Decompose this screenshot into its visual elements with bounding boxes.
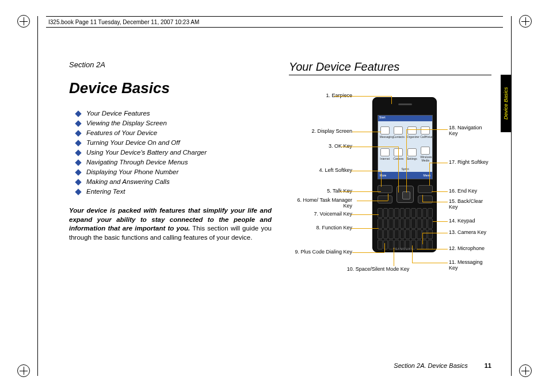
phone-illustration: Start Messaging Contacts Organizer CallH… [372, 97, 437, 252]
home-icon-label: Messaging [380, 135, 394, 139]
toc-item: Using Your Device's Battery and Charger [76, 149, 272, 156]
crop-rule [37, 16, 38, 376]
callout-camera-key: 13. Camera Key [449, 229, 486, 235]
section-label: Section 2A [69, 60, 272, 69]
crop-mark-icon [519, 15, 532, 28]
callout-left-softkey: 4. Left Softkey [289, 167, 352, 173]
toc-item-label: Using Your Device's Battery and Charger [86, 149, 207, 156]
crop-header-text: I325.book Page 11 Tuesday, December 11, … [48, 19, 199, 25]
bullet-icon [75, 179, 81, 185]
callout-function-key: 8. Function Key [289, 225, 352, 230]
left-column: Section 2A Device Basics Your Device Fea… [69, 60, 272, 352]
home-icon: CallHistory [420, 126, 430, 139]
toc-item-label: Turning Your Device On and Off [86, 139, 180, 146]
toc-item-label: Navigating Through Device Menus [86, 159, 188, 166]
bullet-icon [75, 140, 81, 146]
leader-line [351, 214, 379, 215]
status-bar-text: Start [379, 116, 386, 119]
page-footer: Section 2A. Device Basics 11 [0, 362, 491, 369]
leader-line [340, 191, 381, 192]
home-icon-label: Organizer [407, 135, 420, 139]
leader-line [334, 96, 391, 97]
toc-item-label: Entering Text [86, 188, 125, 195]
leader-line [394, 248, 394, 266]
leader-line [422, 202, 448, 202]
right-column: Your Device Features Start Messaging Con… [289, 60, 491, 352]
toc-item-label: Displaying Your Phone Number [86, 168, 178, 175]
home-icon: Windows Media [420, 147, 430, 162]
home-icon: Messaging [380, 126, 390, 139]
leader-line [384, 243, 385, 252]
leader-line [417, 249, 448, 249]
toc-item: Navigating Through Device Menus [76, 159, 272, 166]
home-icon-label: Internet [380, 157, 390, 160]
leader-line [352, 252, 384, 253]
callout-end-key: 16. End Key [449, 188, 477, 194]
callout-right-softkey: 17. Right Softkey [449, 159, 489, 165]
dpad-icon [396, 186, 414, 203]
right-softkey-btn [418, 185, 433, 193]
bullet-icon [75, 169, 81, 175]
leader-line [388, 194, 388, 201]
toc-item: Displaying Your Phone Number [76, 168, 272, 175]
talk-key-btn [378, 195, 392, 203]
phone-screen: Start Messaging Contacts Organizer CallH… [378, 115, 433, 179]
leader-line [406, 129, 407, 193]
callout-plus-code-key: 9. Plus Code Dialing Key [289, 249, 352, 255]
intro-paragraph: Your device is packed with features that… [69, 206, 272, 242]
section-side-tab: Device Basics [501, 75, 511, 132]
leader-line [422, 233, 448, 233]
qwerty-keypad [378, 208, 433, 249]
leader-line [433, 221, 448, 222]
toc-item: Features of Your Device [76, 129, 272, 136]
leader-line [351, 171, 381, 171]
home-icon-label: CallHistory [420, 135, 434, 139]
leader-line [429, 163, 448, 163]
leader-line [422, 233, 423, 244]
footer-section-label: Section 2A. Device Basics [394, 362, 467, 369]
toc-item: Turning Your Device On and Off [76, 139, 272, 146]
column-title: Your Device Features [289, 60, 491, 75]
leader-line [352, 132, 381, 132]
home-icon-row: Internet Camera Settings Windows Media [378, 144, 432, 164]
home-icon: Settings [407, 148, 417, 160]
earpiece-icon [398, 103, 412, 105]
callout-messaging-key: 11. Messaging Key [449, 259, 491, 271]
page-number: 11 [485, 362, 491, 369]
bullet-icon [75, 189, 81, 195]
leader-line [406, 129, 448, 130]
callout-home-key: 6. Home/ Task Manager Key [289, 197, 352, 209]
bullet-icon [75, 120, 81, 126]
leader-line [412, 263, 448, 263]
leader-line [391, 96, 392, 104]
bullet-icon [75, 130, 81, 136]
callout-back-key: 15. Back/Clear Key [449, 198, 491, 210]
callout-navigation-key: 18. Navigation Key [449, 125, 491, 137]
callout-voicemail-key: 7. Voicemail Key [289, 211, 352, 217]
status-bar: Start [378, 116, 432, 121]
home-icon-label: Windows Media [420, 155, 432, 162]
leader-line [341, 147, 398, 147]
home-icon: Organizer [407, 126, 417, 139]
toc-item-label: Viewing the Display Screen [86, 120, 167, 126]
callout-display: 2. Display Screen [289, 128, 352, 134]
leader-line [398, 147, 399, 193]
home-icon-row: Messaging Contacts Organizer CallHistory [378, 122, 432, 142]
device-diagram: Start Messaging Contacts Organizer CallH… [289, 81, 491, 328]
toc-item: Viewing the Display Screen [76, 120, 272, 126]
callout-microphone: 12. Microphone [449, 245, 485, 251]
crop-mark-icon [519, 364, 532, 377]
leader-line [422, 195, 423, 202]
leader-line [429, 163, 430, 186]
toc-list: Your Device Features Viewing the Display… [76, 110, 272, 195]
leader-line [381, 171, 382, 187]
bullet-icon [75, 159, 81, 166]
leader-line [412, 245, 413, 263]
home-icon-label: Contacts [393, 135, 405, 139]
side-tab-label: Device Basics [503, 87, 509, 120]
toc-item: Entering Text [76, 188, 272, 195]
home-icon: Internet [380, 148, 390, 160]
carrier-label: Sprint [378, 167, 432, 171]
bullet-icon [75, 110, 81, 117]
toc-item-label: Making and Answering Calls [86, 178, 170, 185]
